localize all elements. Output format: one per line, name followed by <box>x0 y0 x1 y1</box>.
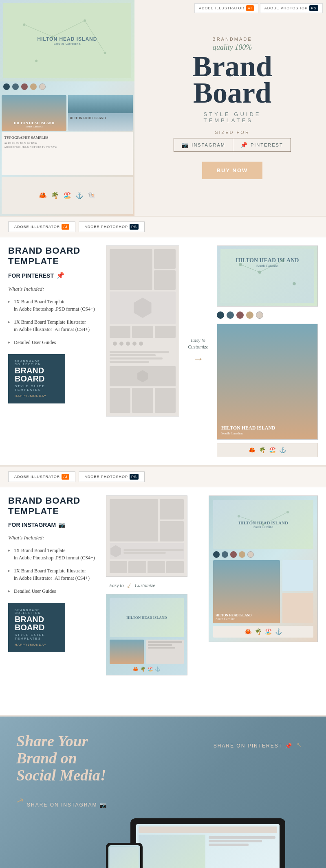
instagram-template-title: BRAND BOARD TEMPLATE <box>8 495 98 517</box>
social-content: Share Your Brand on Social Media! ↗ SHAR… <box>0 717 326 868</box>
hero-title: Brand Board <box>192 53 272 106</box>
buy-now-button[interactable]: BUY NOW <box>202 162 263 179</box>
pinterest-template-content: BRAND BOARD TEMPLATE FOR PINTEREST 📌 Wha… <box>0 237 326 465</box>
svg-line-7 <box>85 21 105 53</box>
svg-line-18 <box>263 512 288 524</box>
svg-line-13 <box>260 261 283 272</box>
social-section: SHARE ON PINTEREST 📌 ↓ Share Your Brand … <box>0 717 326 868</box>
bbl-happy: HAPPY9MONDAY <box>15 394 59 398</box>
photoshop-badge-2: ADOBE PHOTOSHOP Ps <box>79 221 145 232</box>
included-item-2: 1X Brand Board Template Illustratorin Ad… <box>8 318 98 333</box>
brand-board-logo: BrandMade Collection BRAND BOARD STYLE G… <box>8 354 65 403</box>
for-instagram: FOR INSTAGRAM 📷 <box>8 522 98 528</box>
result-swatches <box>217 310 318 320</box>
bbl-style-2: STYLE GUIDE <box>15 633 59 637</box>
result-photo: HILTON HEAD ISLAND South Carolina <box>217 324 318 440</box>
pinterest-icon: 📌 <box>240 142 248 148</box>
svg-point-10 <box>281 259 284 263</box>
instagram-arrow-icon: ↗ <box>15 795 25 807</box>
instagram-section: ADOBE ILLUSTRATOR Ai ADOBE PHOTOSHOP Ps … <box>0 467 326 715</box>
brand-tag: BRANDMADE <box>212 37 252 42</box>
svg-line-12 <box>240 265 260 272</box>
svg-line-17 <box>239 516 263 524</box>
instagram-icon: 📷 <box>181 142 189 148</box>
whats-included-label: What's Included: <box>8 286 98 292</box>
svg-line-6 <box>53 21 85 37</box>
ig-included-item-1: 1X Brand Board Templatein Adobe Photosho… <box>8 547 98 561</box>
hero-section: ADOBE ILLUSTRATOR Ai ADOBE Photoshop Ps … <box>0 0 326 216</box>
instagram-template-content: BRAND BOARD TEMPLATE FOR INSTAGRAM 📷 Wha… <box>0 487 326 715</box>
bbl-collection: BrandMade Collection <box>15 360 59 366</box>
illustrator-badge-3: ADOBE ILLUSTRATOR Ai <box>8 471 75 482</box>
instagram-template-left: BRAND BOARD TEMPLATE FOR INSTAGRAM 📷 Wha… <box>8 495 98 707</box>
ai-icon-3: Ai <box>62 474 69 480</box>
bbl-brand: BRAND <box>15 366 59 375</box>
svg-line-5 <box>24 24 53 37</box>
customize-arrow-area: Easy to Customize → <box>186 245 210 457</box>
ai-icon-2: Ai <box>62 224 69 230</box>
ig-included-item-2: 1X Brand Board Template Illustratorin Ad… <box>8 567 98 582</box>
result-icons: 🦀 🌴 🏖️ ⚓ <box>217 443 318 457</box>
pinterest-blank-template <box>106 245 179 457</box>
photoshop-badge-3: ADOBE PHOTOSHOP Ps <box>79 471 145 482</box>
customize-arrow-icon: → <box>192 352 204 365</box>
share-title: Share Your Brand on Social Media! <box>16 733 130 784</box>
bbl-brand-2: BRAND <box>15 615 59 623</box>
included-item-3: Detailed User Guides <box>8 339 98 346</box>
for-pinterest: FOR PINTEREST 📌 <box>8 272 98 279</box>
bbl-happy-2: HAPPY9MONDAY <box>15 643 59 647</box>
share-instagram-area: ↗ SHARE ON INSTAGRAM 📷 <box>16 793 310 808</box>
illustrator-badge-2: ADOBE ILLUSTRATOR Ai <box>8 221 75 232</box>
pinterest-template-right: Easy to Customize → HILTON HEAD ISLAND S… <box>106 245 318 457</box>
share-instagram-label: SHARE ON INSTAGRAM 📷 <box>27 802 107 808</box>
pinterest-result-preview: HILTON HEAD ISLAND South Carolina <box>217 245 318 457</box>
ps-icon-2: Ps <box>130 224 139 230</box>
bbl-style: STYLE GUIDE <box>15 384 59 388</box>
ig-full-result: HILTON HEAD ISLAND South Carolina <box>209 495 318 707</box>
ig-included-item-3: Detailed User Guides <box>8 587 98 595</box>
bbl-board-2: BOARD <box>15 623 59 631</box>
bbl-templates: TEMPLATES <box>15 388 59 392</box>
bbl-templates-2: TEMPLATES <box>15 637 59 640</box>
hero-right: BRANDMADE quality 100% Brand Board STYLE… <box>139 0 326 216</box>
pinterest-section: ADOBE ILLUSTRATOR Ai ADOBE PHOTOSHOP Ps … <box>0 216 326 465</box>
brand-board-logo-2: BrandMade Collection BRAND BOARD STYLE G… <box>8 603 65 652</box>
instagram-blank-template: Easy to ↓ Customize HILTON HEAD ISLAND <box>106 495 187 707</box>
ig-customize-arrow: ↓ <box>125 580 134 591</box>
instagram-icon-3: 📷 <box>99 802 107 808</box>
svg-point-11 <box>293 282 296 285</box>
pinterest-badge: 📌 PINTEREST <box>233 138 291 151</box>
pinterest-template-title: BRAND BOARD TEMPLATE <box>8 245 98 267</box>
svg-point-4 <box>35 60 37 62</box>
included-item-1: 1X Brand Board Templatein Adobe Photosho… <box>8 298 98 313</box>
hero-subtitle: STYLE GUIDE TEMPLATES <box>204 111 261 123</box>
whats-included-label-2: What's Included: <box>8 535 98 541</box>
sized-for-label: SIZED FOR <box>215 130 250 135</box>
ig-result-preview: HILTON HEAD ISLAND <box>106 594 187 675</box>
pinterest-icon-2: 📌 <box>56 272 64 279</box>
bbl-collection-2: BrandMade Collection <box>15 609 59 614</box>
instagram-icon-2: 📷 <box>58 522 65 528</box>
instagram-template-right: Easy to ↓ Customize HILTON HEAD ISLAND <box>106 495 318 707</box>
hero-collage: HILTON HEAD ISLAND South Carolina <box>0 0 134 216</box>
pinterest-template-left: BRAND BOARD TEMPLATE FOR PINTEREST 📌 Wha… <box>8 245 98 457</box>
easy-to-label: Easy to Customize <box>188 338 208 350</box>
ig-customize-label: Easy to ↓ Customize <box>106 580 187 591</box>
ps-icon-3: Ps <box>130 474 139 480</box>
bbl-board: BOARD <box>15 375 59 383</box>
pinterest-section-badges: ADOBE ILLUSTRATOR Ai ADOBE PHOTOSHOP Ps <box>0 217 326 237</box>
result-map: HILTON HEAD ISLAND South Carolina <box>217 245 318 307</box>
platform-badges: 📷 INSTAGRAM 📌 PINTEREST <box>174 138 291 152</box>
instagram-badge: 📷 INSTAGRAM <box>174 138 233 151</box>
instagram-section-badges: ADOBE ILLUSTRATOR Ai ADOBE PHOTOSHOP Ps <box>0 467 326 487</box>
